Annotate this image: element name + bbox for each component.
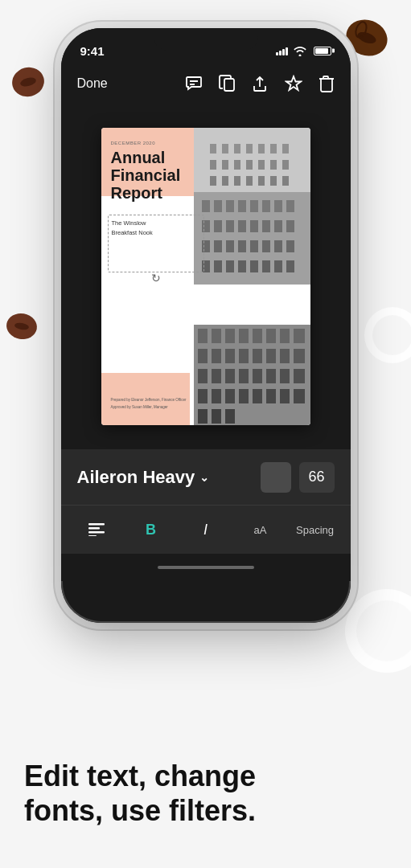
font-selector[interactable]: Aileron Heavy ⌄	[77, 467, 210, 488]
svg-rect-92	[253, 369, 262, 383]
bottom-tagline: Edit text, change fonts, use filters.	[0, 759, 411, 828]
selection-box: The Winslow Breakfast Nook ↻	[108, 215, 204, 272]
svg-rect-83	[239, 349, 249, 363]
svg-rect-73	[212, 329, 221, 343]
svg-rect-44	[262, 200, 270, 212]
share-icon[interactable]	[251, 75, 269, 92]
rotate-handle[interactable]: ↻	[151, 272, 161, 285]
svg-rect-97	[212, 389, 221, 403]
svg-rect-88	[198, 369, 208, 383]
svg-rect-106	[225, 409, 235, 424]
svg-rect-87	[294, 349, 305, 363]
svg-rect-18	[222, 144, 228, 154]
svg-rect-78	[280, 329, 290, 343]
magic-icon[interactable]	[285, 75, 302, 92]
svg-rect-70	[286, 260, 294, 272]
svg-rect-19	[234, 144, 240, 154]
svg-rect-54	[286, 220, 294, 232]
app-toolbar: Done	[61, 63, 351, 104]
italic-button[interactable]: I	[186, 514, 226, 546]
svg-rect-36	[270, 176, 277, 186]
font-right-controls: 66	[261, 462, 335, 493]
svg-rect-43	[250, 200, 258, 212]
svg-rect-22	[270, 144, 277, 154]
tagline-heading: Edit text, change fonts, use filters.	[24, 759, 387, 828]
svg-rect-21	[258, 144, 265, 154]
svg-rect-49	[226, 220, 234, 232]
delete-icon[interactable]	[319, 75, 335, 92]
font-size-input[interactable]: 66	[299, 462, 335, 493]
format-row: B I aA Spacing	[61, 506, 351, 554]
color-picker[interactable]	[261, 462, 291, 493]
svg-rect-104	[198, 409, 208, 424]
svg-rect-95	[294, 369, 305, 383]
svg-rect-25	[222, 160, 228, 170]
doc-title: Annual Financial Report	[111, 149, 203, 202]
svg-rect-98	[225, 389, 235, 403]
svg-rect-52	[262, 220, 270, 232]
home-bar	[158, 566, 254, 569]
phone-frame: 9:41	[61, 28, 351, 623]
svg-rect-29	[270, 160, 277, 170]
comment-icon[interactable]	[185, 76, 203, 92]
svg-rect-86	[280, 349, 290, 363]
svg-rect-100	[253, 389, 262, 403]
document-area: DECEMBER 2020 Annual Financial Report Th…	[61, 104, 351, 449]
svg-rect-72	[198, 329, 208, 343]
svg-rect-99	[239, 389, 249, 403]
coffee-bean-mid-left	[4, 309, 40, 343]
svg-rect-57	[226, 240, 234, 252]
svg-rect-46	[286, 200, 294, 212]
doc-building-bottom	[194, 325, 310, 425]
done-button[interactable]: Done	[77, 76, 108, 91]
svg-rect-109	[88, 531, 105, 534]
svg-rect-82	[225, 349, 235, 363]
copy-icon[interactable]	[219, 75, 235, 92]
document-card[interactable]: DECEMBER 2020 Annual Financial Report Th…	[101, 128, 310, 425]
svg-rect-69	[274, 260, 282, 272]
doc-subtitle: The Winslow Breakfast Nook	[112, 219, 200, 238]
wifi-icon	[294, 45, 306, 56]
svg-rect-13	[224, 79, 234, 91]
svg-rect-32	[222, 176, 228, 186]
svg-rect-65	[226, 260, 234, 272]
svg-rect-94	[280, 369, 290, 383]
svg-rect-108	[88, 527, 100, 530]
doc-date: DECEMBER 2020	[111, 141, 203, 145]
svg-rect-102	[280, 389, 290, 403]
svg-rect-17	[210, 144, 216, 154]
svg-rect-35	[258, 176, 265, 186]
svg-rect-91	[239, 369, 249, 383]
font-name-label: Aileron Heavy	[77, 467, 195, 488]
svg-rect-93	[266, 369, 276, 383]
case-button[interactable]: aA	[240, 514, 281, 546]
svg-rect-81	[212, 349, 221, 363]
svg-rect-75	[239, 329, 249, 343]
svg-rect-74	[225, 329, 235, 343]
coffee-bean-top-left	[8, 64, 48, 100]
svg-rect-77	[266, 329, 276, 343]
signal-icon	[276, 46, 288, 55]
spacing-button[interactable]: Spacing	[295, 514, 335, 546]
svg-rect-101	[266, 389, 276, 403]
svg-rect-53	[274, 220, 282, 232]
svg-rect-42	[238, 200, 246, 212]
phone-notch	[154, 28, 258, 51]
svg-rect-79	[294, 329, 305, 343]
svg-rect-60	[262, 240, 270, 252]
text-formatting-toolbar: Aileron Heavy ⌄ 66	[61, 449, 351, 554]
svg-rect-20	[246, 144, 253, 154]
svg-rect-40	[214, 200, 222, 212]
align-button[interactable]	[76, 514, 117, 546]
font-dropdown-icon[interactable]: ⌄	[199, 471, 209, 484]
svg-rect-62	[286, 240, 294, 252]
bold-button[interactable]: B	[131, 514, 171, 546]
svg-marker-15	[286, 76, 301, 90]
battery-icon	[314, 47, 331, 55]
svg-rect-56	[214, 240, 222, 252]
svg-rect-58	[238, 240, 246, 252]
home-indicator	[61, 554, 351, 581]
svg-rect-71	[194, 325, 310, 425]
svg-rect-26	[234, 160, 240, 170]
svg-rect-45	[274, 200, 282, 212]
